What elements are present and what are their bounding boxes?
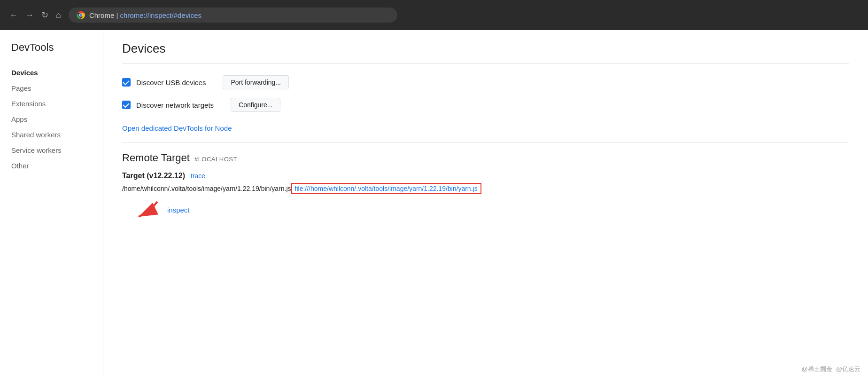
main-layout: DevTools Devices Pages Extensions Apps S…	[0, 30, 868, 379]
remote-target-subtitle: #LOCALHOST	[194, 156, 237, 163]
nav-buttons: ← → ↻ ⌂	[8, 9, 63, 21]
watermark: @稀土掘金 @亿速云	[802, 365, 860, 373]
address-bar[interactable]: Chrome | chrome://inspect/#devices	[69, 8, 397, 23]
inspect-link[interactable]: inspect	[167, 206, 190, 214]
sidebar-item-shared-workers[interactable]: Shared workers	[0, 127, 103, 142]
watermark-text2: @亿速云	[836, 365, 860, 373]
red-arrow-annotation	[117, 197, 164, 223]
sidebar-nav: Devices Pages Extensions Apps Shared wor…	[0, 65, 103, 174]
discover-usb-label: Discover USB devices	[136, 79, 206, 87]
configure-button[interactable]: Configure...	[231, 98, 280, 112]
home-button[interactable]: ⌂	[54, 9, 63, 21]
discover-network-label: Discover network targets	[136, 101, 214, 109]
trace-link[interactable]: trace	[191, 172, 205, 180]
sidebar-item-apps[interactable]: Apps	[0, 111, 103, 127]
section-divider	[122, 142, 849, 142]
devtools-node-link[interactable]: Open dedicated DevTools for Node	[122, 124, 232, 132]
watermark-text1: @稀土掘金	[802, 365, 832, 373]
reload-button[interactable]: ↻	[39, 9, 50, 21]
port-forwarding-button[interactable]: Port forwarding...	[223, 75, 289, 89]
content-area: Devices Discover USB devices Port forwar…	[103, 30, 868, 379]
sidebar-item-extensions[interactable]: Extensions	[0, 96, 103, 111]
target-path: /home/whilconn/.volta/tools/image/yarn/1…	[122, 185, 291, 192]
browser-brand: Chrome	[89, 11, 114, 19]
sidebar-item-service-workers[interactable]: Service workers	[0, 142, 103, 158]
forward-button[interactable]: →	[23, 9, 36, 21]
target-name-row: Target (v12.22.12) trace	[122, 172, 849, 180]
back-button[interactable]: ←	[8, 9, 20, 21]
remote-target-title: Remote Target	[122, 152, 190, 164]
target-name: Target (v12.22.12)	[122, 172, 185, 180]
sidebar-item-pages[interactable]: Pages	[0, 80, 103, 96]
browser-chrome: ← → ↻ ⌂ Chrome | chrome://inspect/#devic…	[0, 0, 868, 30]
sidebar: DevTools Devices Pages Extensions Apps S…	[0, 30, 103, 379]
discover-usb-checkbox[interactable]	[122, 78, 131, 87]
discover-network-row: Discover network targets Configure...	[122, 98, 849, 112]
target-file-link[interactable]: file:///home/whilconn/.volta/tools/image…	[291, 183, 481, 194]
sidebar-item-devices[interactable]: Devices	[0, 65, 103, 80]
address-url: chrome://inspect/#devices	[120, 11, 201, 19]
page-title: Devices	[122, 41, 849, 64]
inspect-row: inspect	[122, 197, 849, 223]
target-path-row: /home/whilconn/.volta/tools/image/yarn/1…	[122, 183, 849, 194]
sidebar-item-other[interactable]: Other	[0, 158, 103, 174]
chrome-icon	[76, 10, 85, 20]
address-text: Chrome | chrome://inspect/#devices	[89, 11, 202, 19]
discover-usb-row: Discover USB devices Port forwarding...	[122, 75, 849, 89]
remote-target-header: Remote Target #LOCALHOST	[122, 152, 849, 164]
sidebar-title: DevTools	[0, 41, 103, 65]
discover-network-checkbox[interactable]	[122, 101, 131, 109]
svg-point-2	[79, 14, 82, 16]
